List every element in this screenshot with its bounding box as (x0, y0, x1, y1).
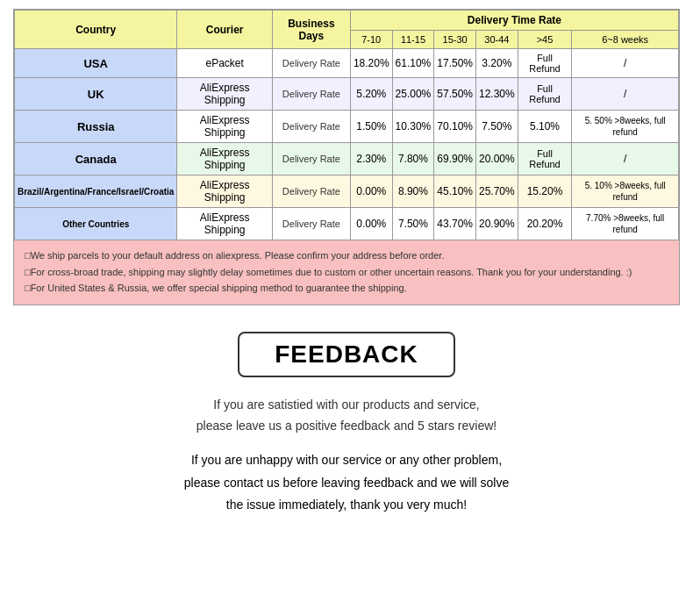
feedback-line3: If you are unhappy with our service or a… (191, 453, 502, 467)
feedback-line4: please contact us before leaving feedbac… (184, 476, 509, 490)
rate-brazil-15-30: 45.10% (434, 175, 476, 208)
rate-brazil-gt45: 15.20% (518, 175, 572, 208)
rate-russia-30-44: 7.50% (476, 111, 518, 143)
feedback-line5: the issue immediately, thank you very mu… (226, 498, 467, 512)
rate-uk-15-30: 57.50% (434, 78, 476, 111)
rate-uk-7-10: 5.20% (350, 78, 392, 111)
rate-brazil-6-8: 5. 10% >8weeks, full refund (572, 175, 679, 208)
sub-30-44: 30-44 (476, 31, 518, 49)
rate-other-30-44: 20.90% (476, 208, 518, 240)
rate-usa-11-15: 61.10% (392, 49, 434, 78)
delivery-rate-russia: Delivery Rate (272, 111, 350, 143)
feedback-negative-text: If you are unhappy with our service or a… (184, 449, 509, 516)
country-brazil: Brazil/Argentina/France/Israel/Croatia (15, 175, 177, 208)
courier-canada: AliExpress Shipping (177, 143, 272, 175)
rate-russia-6-8: 5. 50% >8weeks, full refund (572, 111, 679, 143)
rate-russia-15-30: 70.10% (434, 111, 476, 143)
table-header-main: Country Courier Business Days Delivery T… (15, 11, 679, 31)
courier-other: AliExpress Shipping (177, 208, 272, 240)
rate-uk-11-15: 25.00% (392, 78, 434, 111)
courier-brazil: AliExpress Shipping (177, 175, 272, 208)
rate-uk-6-8: / (572, 78, 679, 111)
col-country: Country (15, 11, 177, 49)
delivery-time-rate-header: Delivery Time Rate (350, 11, 678, 31)
delivery-rate-canada: Delivery Rate (272, 143, 350, 175)
rate-brazil-30-44: 25.70% (476, 175, 518, 208)
delivery-rate-uk: Delivery Rate (272, 78, 350, 111)
rate-other-6-8: 7.70% >8weeks, full refund (572, 208, 679, 240)
rate-canada-gt45: Full Refund (518, 143, 572, 175)
feedback-title: FEEDBACK (275, 340, 418, 368)
rate-other-7-10: 0.00% (350, 208, 392, 240)
rate-russia-11-15: 10.30% (392, 111, 434, 143)
delivery-rate-other: Delivery Rate (272, 208, 350, 240)
rate-canada-11-15: 7.80% (392, 143, 434, 175)
table-row: Russia AliExpress Shipping Delivery Rate… (15, 111, 679, 143)
courier-usa: ePacket (177, 49, 272, 78)
sub-gt45: >45 (518, 31, 572, 49)
rate-usa-gt45: Full Refund (518, 49, 572, 78)
delivery-rate-brazil: Delivery Rate (272, 175, 350, 208)
table-row: Other Countries AliExpress Shipping Deli… (15, 208, 679, 240)
table-row: USA ePacket Delivery Rate 18.20% 61.10% … (15, 49, 679, 78)
rate-uk-gt45: Full Refund (518, 78, 572, 111)
rate-other-gt45: 20.20% (518, 208, 572, 240)
rate-usa-30-44: 3.20% (476, 49, 518, 78)
rate-uk-30-44: 12.30% (476, 78, 518, 111)
rate-canada-30-44: 20.00% (476, 143, 518, 175)
sub-15-30: 15-30 (434, 31, 476, 49)
notes-section: □We ship parcels to your default address… (14, 240, 679, 304)
courier-russia: AliExpress Shipping (177, 111, 272, 143)
sub-11-15: 11-15 (392, 31, 434, 49)
rate-other-11-15: 7.50% (392, 208, 434, 240)
rate-brazil-7-10: 0.00% (350, 175, 392, 208)
rate-other-15-30: 43.70% (434, 208, 476, 240)
rate-russia-gt45: 5.10% (518, 111, 572, 143)
rate-usa-6-8: / (572, 49, 679, 78)
country-uk: UK (15, 78, 177, 111)
delivery-rate-usa: Delivery Rate (272, 49, 350, 78)
note-3: □For United States & Russia, we offer sp… (25, 281, 668, 297)
rate-usa-7-10: 18.20% (350, 49, 392, 78)
table-row: UK AliExpress Shipping Delivery Rate 5.2… (15, 78, 679, 111)
table-row: Canada AliExpress Shipping Delivery Rate… (15, 143, 679, 175)
col-business-days: Business Days (272, 11, 350, 49)
delivery-table-wrapper: Country Courier Business Days Delivery T… (13, 9, 680, 305)
feedback-title-box: FEEDBACK (238, 332, 455, 377)
note-1: □We ship parcels to your default address… (25, 248, 668, 264)
rate-russia-7-10: 1.50% (350, 111, 392, 143)
sub-7-10: 7-10 (350, 31, 392, 49)
courier-uk: AliExpress Shipping (177, 78, 272, 111)
country-usa: USA (15, 49, 177, 78)
country-russia: Russia (15, 111, 177, 143)
feedback-positive-text: If you are satistied with our products a… (196, 395, 497, 437)
note-2: □For cross-broad trade, shipping may sli… (25, 265, 668, 281)
rate-canada-6-8: / (572, 143, 679, 175)
country-canada: Canada (15, 143, 177, 175)
col-courier: Courier (177, 11, 272, 49)
table-row: Brazil/Argentina/France/Israel/Croatia A… (15, 175, 679, 208)
sub-6-8weeks: 6~8 weeks (572, 31, 679, 49)
feedback-section: FEEDBACK If you are satistied with our p… (13, 332, 680, 516)
country-other: Other Countries (15, 208, 177, 240)
feedback-line2: please leave us a positive feedback and … (196, 419, 497, 433)
rate-canada-7-10: 2.30% (350, 143, 392, 175)
feedback-line1: If you are satistied with our products a… (213, 398, 479, 412)
rate-usa-15-30: 17.50% (434, 49, 476, 78)
rate-canada-15-30: 69.90% (434, 143, 476, 175)
delivery-table: Country Courier Business Days Delivery T… (14, 10, 679, 240)
rate-brazil-11-15: 8.90% (392, 175, 434, 208)
